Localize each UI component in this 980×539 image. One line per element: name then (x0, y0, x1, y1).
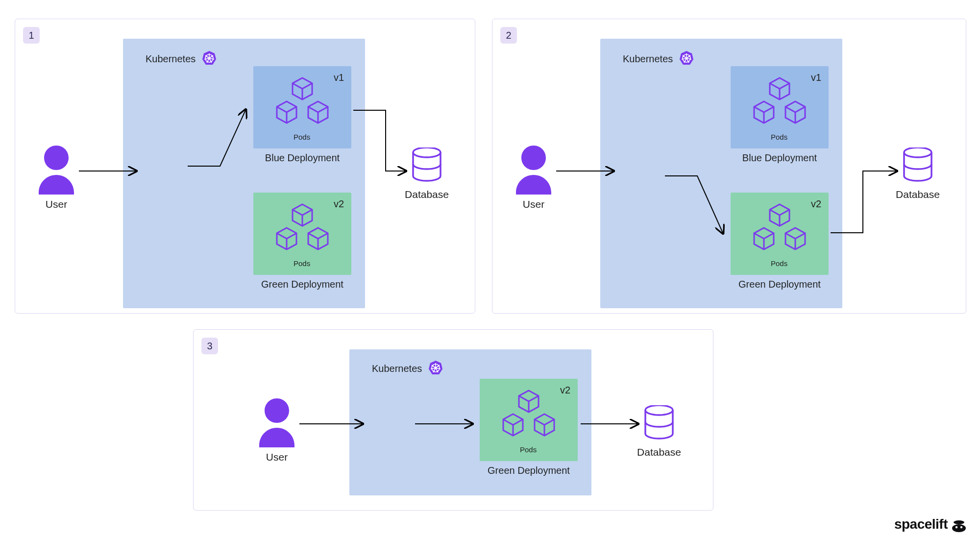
green-deployment-label: Green Deployment (480, 465, 578, 476)
green-version: v2 (811, 198, 821, 210)
kubernetes-title: Kubernetes (372, 363, 422, 374)
kubernetes-title: Kubernetes (146, 53, 196, 65)
pods-icon-blue (749, 77, 810, 126)
step-badge-3: 3 (201, 338, 218, 354)
panel-step-1: 1 User Gateway Kubernetes v1 Pods Blue D… (15, 19, 475, 314)
database-label: Database (888, 189, 947, 200)
svg-point-22 (952, 524, 966, 532)
brand-logo: spacelift (894, 516, 967, 532)
brand-mascot-icon (951, 517, 967, 532)
pods-label-green: Pods (294, 259, 310, 268)
kubernetes-title: Kubernetes (623, 53, 673, 65)
database-icon (903, 147, 932, 182)
database-label: Database (630, 446, 688, 458)
svg-point-24 (956, 526, 957, 528)
green-version: v2 (334, 198, 344, 210)
svg-point-23 (954, 520, 964, 524)
pods-icon-green (272, 203, 333, 252)
pods-label-blue: Pods (294, 133, 310, 141)
database-label: Database (397, 189, 456, 200)
brand-text: spacelift (894, 516, 948, 532)
pods-icon-green (749, 203, 810, 252)
blue-version: v1 (334, 72, 344, 83)
pods-label-green: Pods (771, 259, 787, 268)
database-icon (412, 147, 441, 182)
green-version: v2 (560, 385, 570, 396)
pods-label-blue: Pods (771, 133, 787, 141)
user-icon (516, 146, 551, 195)
blue-deployment-label: Blue Deployment (253, 152, 351, 164)
pods-icon-green (498, 390, 559, 439)
user-label: User (509, 198, 558, 210)
user-label: User (32, 198, 81, 210)
svg-point-25 (960, 526, 962, 528)
kubernetes-icon (201, 50, 217, 66)
diagram-stage: 1 User Gateway Kubernetes v1 Pods Blue D… (0, 0, 980, 539)
database-icon (644, 405, 674, 440)
blue-version: v1 (811, 72, 821, 83)
green-deployment-label: Green Deployment (731, 279, 829, 290)
blue-deployment-label: Blue Deployment (731, 152, 829, 164)
kubernetes-icon (428, 360, 443, 376)
panel-step-2: 2 User Gateway Kubernetes v1 Pods Blue D… (492, 19, 966, 314)
user-icon (259, 398, 294, 447)
green-deployment-label: Green Deployment (253, 279, 351, 290)
user-label: User (252, 451, 301, 463)
panel-step-3: 3 User Gateway Kubernetes v2 Pods Green … (193, 329, 713, 511)
step-badge-2: 2 (500, 27, 517, 44)
pods-label-green: Pods (520, 445, 537, 454)
user-icon (39, 146, 74, 195)
kubernetes-icon (679, 50, 694, 66)
pods-icon-blue (272, 77, 333, 126)
step-badge-1: 1 (23, 27, 40, 44)
